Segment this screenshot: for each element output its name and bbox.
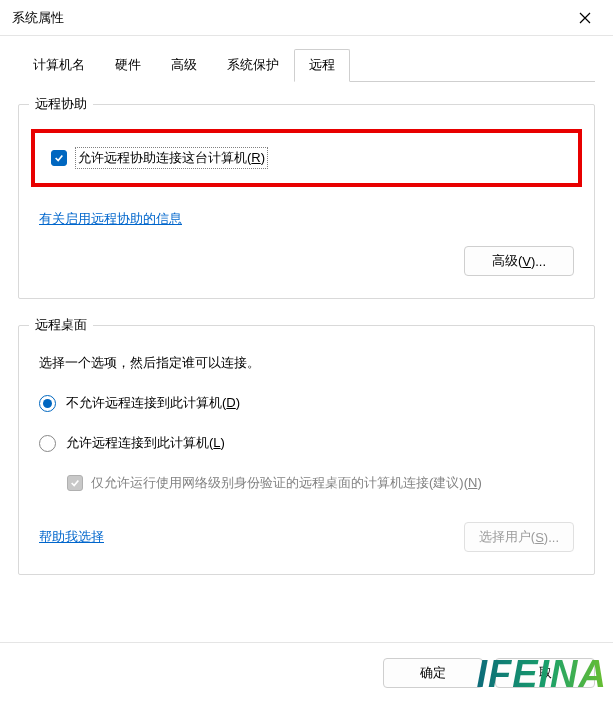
tab-hardware[interactable]: 硬件: [100, 49, 156, 82]
close-button[interactable]: [565, 3, 605, 33]
deny-remote-label[interactable]: 不允许远程连接到此计算机(D): [66, 394, 240, 412]
remote-desktop-group: 远程桌面 选择一个选项，然后指定谁可以连接。 不允许远程连接到此计算机(D) 允…: [18, 325, 595, 575]
tab-system-protection[interactable]: 系统保护: [212, 49, 294, 82]
help-me-choose-link[interactable]: 帮助我选择: [39, 528, 104, 546]
tab-bar: 计算机名 硬件 高级 系统保护 远程: [18, 48, 595, 82]
allow-remote-assist-checkbox[interactable]: [51, 150, 67, 166]
remote-desktop-title: 远程桌面: [29, 316, 93, 334]
checkmark-icon: [70, 478, 80, 488]
allow-remote-label[interactable]: 允许远程连接到此计算机(L): [66, 434, 225, 452]
tab-remote[interactable]: 远程: [294, 49, 350, 82]
allow-remote-assist-label[interactable]: 允许远程协助连接这台计算机(R): [75, 147, 268, 169]
cancel-button[interactable]: 取: [495, 658, 595, 688]
tab-computer-name[interactable]: 计算机名: [18, 49, 100, 82]
window-title: 系统属性: [8, 9, 565, 27]
remote-assist-info-link[interactable]: 有关启用远程协助的信息: [39, 211, 182, 226]
deny-remote-radio[interactable]: [39, 395, 56, 412]
close-icon: [579, 12, 591, 24]
allow-remote-radio[interactable]: [39, 435, 56, 452]
tab-advanced[interactable]: 高级: [156, 49, 212, 82]
nla-checkbox: [67, 475, 83, 491]
checkmark-icon: [54, 153, 64, 163]
remote-desktop-desc: 选择一个选项，然后指定谁可以连接。: [39, 354, 574, 372]
remote-assistance-title: 远程协助: [29, 95, 93, 113]
nla-label: 仅允许运行使用网络级别身份验证的远程桌面的计算机连接(建议)(N): [91, 474, 482, 492]
ok-button[interactable]: 确定: [383, 658, 483, 688]
highlight-annotation: 允许远程协助连接这台计算机(R): [31, 129, 582, 187]
dialog-action-bar: 确定 取: [0, 642, 613, 702]
select-users-button[interactable]: 选择用户(S)...: [464, 522, 574, 552]
remote-assistance-group: 远程协助 允许远程协助连接这台计算机(R) 有关启用远程协助的信息 高级(V).…: [18, 104, 595, 299]
remote-assist-advanced-button[interactable]: 高级(V)...: [464, 246, 574, 276]
